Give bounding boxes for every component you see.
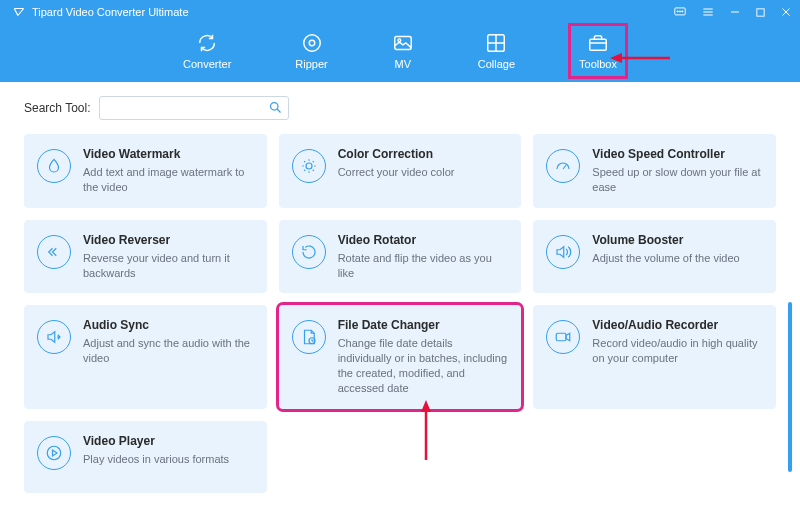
scrollbar[interactable]: [788, 302, 792, 472]
nav-label: Converter: [183, 58, 231, 70]
svg-point-11: [270, 103, 278, 111]
top-nav: Converter Ripper MV Collage Toolbox: [0, 22, 800, 74]
card-desc: Reverse your video and turn it backwards: [83, 251, 254, 281]
tool-video-rotator[interactable]: Video Rotator Rotate and flip the video …: [279, 220, 522, 294]
annotation-arrow-toolbox: [610, 50, 670, 66]
tool-color-correction[interactable]: Color Correction Correct your video colo…: [279, 134, 522, 208]
color-icon: [292, 149, 326, 183]
collage-icon: [485, 32, 507, 54]
card-desc: Change file date details individually or…: [338, 336, 509, 395]
card-title: Video Speed Controller: [592, 147, 763, 161]
card-title: Video Watermark: [83, 147, 254, 161]
app-title: Tipard Video Converter Ultimate: [32, 6, 189, 18]
card-desc: Play videos in various formats: [83, 452, 254, 467]
search-label: Search Tool:: [24, 101, 91, 115]
tool-video-watermark[interactable]: Video Watermark Add text and image water…: [24, 134, 267, 208]
titlebar: Tipard Video Converter Ultimate Converte…: [0, 0, 800, 82]
tool-grid: Video Watermark Add text and image water…: [24, 134, 776, 409]
card-desc: Adjust and sync the audio with the video: [83, 336, 254, 366]
svg-point-1: [677, 11, 678, 12]
card-desc: Rotate and flip the video as you like: [338, 251, 509, 281]
card-title: Video/Audio Recorder: [592, 318, 763, 332]
svg-point-5: [303, 35, 320, 52]
tool-video-reverser[interactable]: Video Reverser Reverse your video and tu…: [24, 220, 267, 294]
converter-icon: [196, 32, 218, 54]
card-title: File Date Changer: [338, 318, 509, 332]
ripper-icon: [301, 32, 323, 54]
logo-icon: [12, 5, 26, 19]
tool-grid-row4: Video Player Play videos in various form…: [24, 421, 776, 493]
reverser-icon: [37, 235, 71, 269]
card-title: Volume Booster: [592, 233, 763, 247]
card-desc: Adjust the volume of the video: [592, 251, 763, 266]
card-desc: Correct your video color: [338, 165, 509, 180]
svg-point-15: [47, 446, 61, 460]
svg-point-6: [309, 40, 315, 46]
watermark-icon: [37, 149, 71, 183]
nav-label: MV: [394, 58, 411, 70]
card-title: Video Reverser: [83, 233, 254, 247]
tool-recorder[interactable]: Video/Audio Recorder Record video/audio …: [533, 305, 776, 408]
tool-audio-sync[interactable]: Audio Sync Adjust and sync the audio wit…: [24, 305, 267, 408]
tool-file-date-changer[interactable]: File Date Changer Change file date detai…: [279, 305, 522, 408]
content: Search Tool: Video Watermark Add text an…: [0, 82, 800, 493]
svg-marker-17: [610, 53, 622, 63]
tool-video-speed[interactable]: Video Speed Controller Speed up or slow …: [533, 134, 776, 208]
svg-point-2: [679, 11, 680, 12]
nav-collage[interactable]: Collage: [472, 28, 521, 74]
maximize-button[interactable]: [755, 7, 766, 18]
minimize-button[interactable]: [729, 6, 741, 18]
svg-rect-14: [557, 334, 567, 342]
card-desc: Add text and image watermark to the vide…: [83, 165, 254, 195]
nav-mv[interactable]: MV: [386, 28, 420, 74]
tool-video-player[interactable]: Video Player Play videos in various form…: [24, 421, 267, 493]
card-desc: Speed up or slow down your file at ease: [592, 165, 763, 195]
search-row: Search Tool:: [24, 96, 776, 120]
sync-icon: [37, 320, 71, 354]
titlebar-top: Tipard Video Converter Ultimate: [0, 0, 800, 22]
tool-volume-booster[interactable]: Volume Booster Adjust the volume of the …: [533, 220, 776, 294]
volume-icon: [546, 235, 580, 269]
card-title: Video Player: [83, 434, 254, 448]
card-desc: Record video/audio in high quality on yo…: [592, 336, 763, 366]
mv-icon: [392, 32, 414, 54]
window-controls: [673, 5, 792, 19]
menu-button[interactable]: [701, 5, 715, 19]
app-window: Tipard Video Converter Ultimate Converte…: [0, 0, 800, 519]
speed-icon: [546, 149, 580, 183]
search-input[interactable]: [99, 96, 289, 120]
filedate-icon: [292, 320, 326, 354]
svg-rect-10: [590, 39, 607, 50]
nav-converter[interactable]: Converter: [177, 28, 237, 74]
player-icon: [37, 436, 71, 470]
card-title: Color Correction: [338, 147, 509, 161]
svg-marker-19: [421, 400, 431, 412]
app-logo: Tipard Video Converter Ultimate: [12, 5, 189, 19]
svg-point-12: [306, 163, 312, 169]
rotator-icon: [292, 235, 326, 269]
search-box: [99, 96, 289, 120]
annotation-arrow-filedate: [418, 400, 434, 460]
nav-label: Ripper: [295, 58, 327, 70]
feedback-button[interactable]: [673, 5, 687, 19]
search-icon[interactable]: [268, 100, 283, 118]
recorder-icon: [546, 320, 580, 354]
nav-label: Collage: [478, 58, 515, 70]
close-button[interactable]: [780, 6, 792, 18]
toolbox-icon: [587, 32, 609, 54]
svg-rect-4: [757, 8, 764, 15]
card-title: Audio Sync: [83, 318, 254, 332]
nav-ripper[interactable]: Ripper: [289, 28, 333, 74]
svg-point-3: [682, 11, 683, 12]
card-title: Video Rotator: [338, 233, 509, 247]
